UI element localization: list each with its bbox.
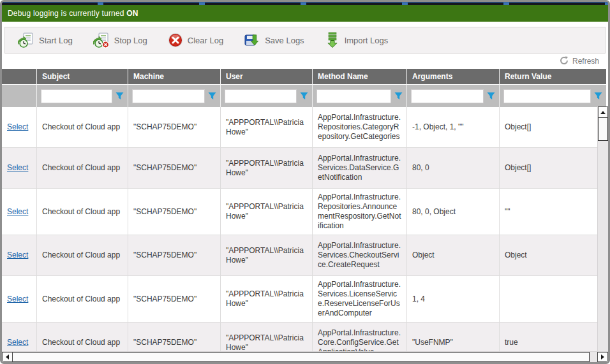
machine-cell: "SCHAP75DEMO" — [128, 148, 221, 189]
scroll-up-button[interactable] — [598, 106, 608, 118]
log-toolbar: Start Log — [4, 27, 606, 54]
machine-cell: "SCHAP75DEMO" — [128, 323, 221, 351]
method-name-cell: AppPortal.Infrastructure.Services.Licens… — [313, 276, 407, 323]
method-name-cell: AppPortal.Infrastructure.Repositories.An… — [313, 189, 407, 235]
column-header-arguments[interactable]: Arguments — [407, 69, 500, 85]
select-link[interactable]: Select — [7, 338, 28, 347]
machine-cell: "SCHAP75DEMO" — [128, 107, 221, 148]
select-link[interactable]: Select — [7, 207, 28, 216]
filter-cell-empty — [2, 85, 37, 107]
column-header-machine[interactable]: Machine — [128, 69, 221, 85]
clear-log-button[interactable]: Clear Log — [161, 30, 230, 50]
user-cell: "APPPORTAL\\PatriciaHowe" — [221, 235, 313, 276]
column-header-subject[interactable]: Subject — [37, 69, 128, 85]
subject-filter-input[interactable] — [41, 89, 112, 103]
subject-filter-icon[interactable] — [115, 92, 124, 100]
user-cell: "APPPORTAL\\PatriciaHowe" — [221, 323, 313, 351]
method-name-filter-input[interactable] — [316, 89, 391, 103]
subject-cell: Checkout of Cloud app — [37, 235, 128, 276]
user-cell: "APPPORTAL\\PatriciaHowe" — [221, 148, 313, 189]
table-row: Select Checkout of Cloud app "SCHAP75DEM… — [2, 107, 606, 148]
arguments-cell: -1, Object, 1, "" — [407, 107, 500, 148]
machine-cell: "SCHAP75DEMO" — [128, 276, 221, 323]
table-row: Select Checkout of Cloud app "SCHAP75DEM… — [2, 323, 606, 351]
subject-cell: Checkout of Cloud app — [37, 107, 128, 148]
scroll-left-button[interactable] — [2, 352, 13, 362]
debug-status-banner: Debug logging is currently turned ON — [2, 5, 608, 22]
table-row: Select Checkout of Cloud app "SCHAP75DEM… — [2, 276, 606, 323]
import-logs-icon — [325, 32, 340, 48]
method-name-cell: AppPortal.Infrastructure.Services.DataSe… — [313, 148, 407, 189]
arguments-filter-input[interactable] — [411, 89, 484, 103]
left-arrow-icon — [6, 354, 9, 360]
select-link[interactable]: Select — [7, 163, 28, 172]
arguments-filter-icon[interactable] — [487, 92, 495, 100]
arguments-cell: 1, 4 — [407, 276, 500, 323]
machine-cell: "SCHAP75DEMO" — [128, 235, 221, 276]
refresh-bar: Refresh — [2, 54, 608, 69]
stop-log-icon — [93, 32, 110, 48]
arguments-cell: 80, 0, Object — [407, 189, 500, 235]
column-header-select — [2, 69, 37, 85]
table-row: Select Checkout of Cloud app "SCHAP75DEM… — [2, 189, 606, 235]
log-table: Subject Machine User Method Name Argumen… — [2, 69, 606, 351]
subject-cell: Checkout of Cloud app — [37, 323, 128, 351]
debug-log-window: Debug logging is currently turned ON — [0, 0, 610, 364]
import-logs-button[interactable]: Import Logs — [318, 29, 395, 51]
arguments-cell: 80, 0 — [407, 148, 500, 189]
user-filter-icon[interactable] — [300, 92, 308, 100]
clear-log-label: Clear Log — [188, 36, 223, 45]
start-log-button[interactable]: Start Log — [11, 29, 79, 51]
import-logs-label: Import Logs — [345, 36, 389, 45]
stop-log-button[interactable]: Stop Log — [87, 29, 154, 51]
subject-cell: Checkout of Cloud app — [37, 276, 128, 323]
column-header-user[interactable]: User — [221, 69, 313, 85]
banner-text: Debug logging is currently turned — [8, 9, 124, 18]
save-logs-label: Save Logs — [265, 36, 304, 45]
header-row: Subject Machine User Method Name Argumen… — [2, 69, 606, 85]
vertical-scrollbar[interactable] — [597, 106, 608, 351]
start-log-icon — [18, 32, 34, 48]
machine-filter-icon[interactable] — [208, 92, 216, 100]
return-value-filter-icon[interactable] — [594, 92, 602, 100]
save-logs-icon — [244, 32, 260, 48]
column-header-return-value[interactable]: Return Value — [500, 69, 606, 85]
user-cell: "APPPORTAL\\PatriciaHowe" — [221, 189, 313, 235]
select-link[interactable]: Select — [7, 122, 28, 131]
refresh-label: Refresh — [572, 57, 599, 66]
return-value-cell — [500, 276, 606, 323]
machine-cell: "SCHAP75DEMO" — [128, 189, 221, 235]
return-value-cell: Object[] — [500, 148, 606, 189]
scroll-right-button[interactable] — [597, 352, 608, 362]
column-header-method-name[interactable]: Method Name — [313, 69, 407, 85]
arguments-cell: Object — [407, 235, 500, 276]
log-grid: Subject Machine User Method Name Argumen… — [2, 69, 608, 351]
user-cell: "APPPORTAL\\PatriciaHowe" — [221, 276, 313, 323]
method-name-filter-icon[interactable] — [394, 92, 403, 100]
return-value-cell: true — [500, 323, 606, 351]
return-value-cell: Object[] — [500, 107, 606, 148]
clear-log-icon — [168, 33, 183, 48]
return-value-cell: "" — [500, 189, 606, 235]
machine-filter-input[interactable] — [132, 89, 205, 103]
refresh-icon — [560, 56, 569, 67]
right-arrow-icon — [601, 354, 604, 360]
toolbar-wrap: Start Log — [2, 22, 608, 54]
table-row: Select Checkout of Cloud app "SCHAP75DEM… — [2, 148, 606, 189]
subject-cell: Checkout of Cloud app — [37, 189, 128, 235]
subject-cell: Checkout of Cloud app — [37, 148, 128, 189]
horizontal-scroll-thumb[interactable] — [13, 352, 590, 362]
arguments-cell: "UseFNMP" — [407, 323, 500, 351]
select-link[interactable]: Select — [7, 251, 28, 259]
return-value-filter-input[interactable] — [503, 89, 591, 103]
table-row: Select Checkout of Cloud app "SCHAP75DEM… — [2, 235, 606, 276]
user-filter-input[interactable] — [225, 89, 297, 103]
vertical-scroll-thumb[interactable] — [598, 118, 608, 141]
save-logs-button[interactable]: Save Logs — [237, 29, 310, 51]
method-name-cell: AppPortal.Infrastructure.Services.Checko… — [313, 235, 407, 276]
horizontal-scrollbar[interactable] — [2, 351, 608, 362]
refresh-button[interactable]: Refresh — [560, 56, 599, 67]
select-link[interactable]: Select — [7, 295, 28, 303]
user-cell: "APPPORTAL\\PatriciaHowe" — [221, 107, 313, 148]
filter-row — [2, 85, 606, 107]
